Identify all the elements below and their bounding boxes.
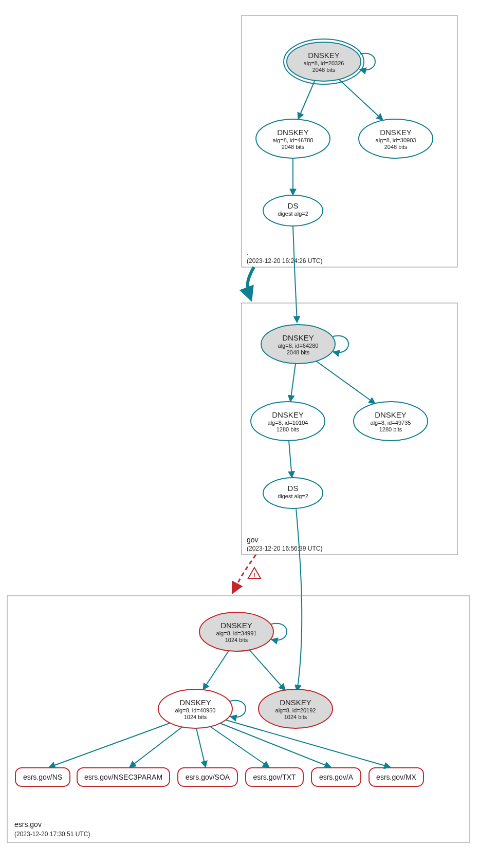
svg-text:alg=8, id=20192: alg=8, id=20192: [275, 707, 316, 713]
node-esrs-ksk-34991: DNSKEY alg=8, id=34991 1024 bits: [199, 612, 273, 651]
edge-gov-ksk-to-zsk2: [316, 361, 375, 404]
svg-text:esrs.gov/A: esrs.gov/A: [319, 773, 354, 781]
svg-text:alg=8, id=49735: alg=8, id=49735: [371, 420, 411, 426]
rrset-soa: esrs.gov/SOA: [178, 768, 237, 786]
svg-text:1280 bits: 1280 bits: [379, 426, 402, 432]
node-root-zsk-46780: DNSKEY alg=8, id=46780 2048 bits: [256, 119, 330, 158]
edge-gov-zsk1-to-ds: [289, 441, 292, 478]
zone-root: . (2023-12-20 16:24:26 UTC) DNSKEY alg=8…: [242, 15, 457, 267]
node-gov-zsk-49735: DNSKEY alg=8, id=49735 1280 bits: [354, 402, 428, 441]
svg-text:DS: DS: [288, 484, 299, 493]
warning-icon: !: [248, 568, 261, 579]
svg-text:alg=8, id=34991: alg=8, id=34991: [216, 630, 257, 636]
svg-text:1024 bits: 1024 bits: [184, 714, 207, 720]
edge-esrs-zsk-to-nsec3param: [130, 727, 182, 767]
node-esrs-zsk-40950: DNSKEY alg=8, id=40950 1024 bits: [158, 689, 232, 728]
edge-root-ksk-to-zsk1: [298, 81, 315, 119]
svg-text:2048 bits: 2048 bits: [312, 67, 336, 73]
svg-text:DS: DS: [288, 201, 299, 210]
svg-text:DNSKEY: DNSKEY: [375, 410, 407, 419]
svg-text:esrs.gov/SOA: esrs.gov/SOA: [186, 773, 230, 781]
edge-gov-ksk-to-zsk1: [290, 364, 296, 402]
rrset-ns: esrs.gov/NS: [15, 768, 70, 786]
node-root-zsk-30903: DNSKEY alg=8, id=30903 2048 bits: [359, 119, 433, 158]
svg-text:alg=8, id=64280: alg=8, id=64280: [278, 343, 319, 349]
svg-text:DNSKEY: DNSKEY: [179, 698, 211, 707]
edge-root-ds-to-gov-ksk: [293, 226, 297, 323]
rrset-a: esrs.gov/A: [311, 768, 361, 786]
svg-text:alg=8, id=30903: alg=8, id=30903: [376, 137, 416, 143]
zone-gov-time: (2023-12-20 16:56:39 UTC): [247, 545, 322, 552]
zone-esrs-gov: esrs.gov (2023-12-20 17:30:51 UTC) DNSKE…: [7, 596, 470, 842]
rrset-mx: esrs.gov/MX: [369, 768, 423, 786]
svg-text:DNSKEY: DNSKEY: [220, 621, 252, 630]
node-gov-ksk-dnskey: DNSKEY alg=8, id=64280 2048 bits: [261, 325, 335, 364]
svg-text:1024 bits: 1024 bits: [225, 637, 248, 643]
svg-text:alg=8, id=40950: alg=8, id=40950: [175, 707, 216, 713]
svg-text:DNSKEY: DNSKEY: [272, 410, 304, 419]
edge-esrs-zsk-to-txt: [210, 726, 269, 767]
zone-esrs-time: (2023-12-20 17:30:51 UTC): [14, 831, 90, 838]
edge-delegation-root-to-gov: [248, 267, 254, 299]
svg-text:digest alg=2: digest alg=2: [278, 493, 308, 499]
svg-text:alg=8, id=46780: alg=8, id=46780: [273, 137, 314, 143]
edge-esrs-ksk-to-ksk2: [249, 650, 285, 690]
node-gov-zsk-10104: DNSKEY alg=8, id=10104 1280 bits: [251, 402, 325, 441]
svg-text:digest alg=2: digest alg=2: [278, 211, 308, 217]
zone-gov: gov (2023-12-20 16:56:39 UTC) DNSKEY alg…: [242, 303, 457, 555]
svg-text:DNSKEY: DNSKEY: [280, 698, 311, 707]
node-root-ksk-dnskey: DNSKEY alg=8, id=20326 2048 bits: [284, 39, 364, 84]
svg-text:alg=8, id=10104: alg=8, id=10104: [268, 420, 308, 426]
zone-esrs-name: esrs.gov: [14, 820, 42, 828]
svg-text:esrs.gov/MX: esrs.gov/MX: [376, 773, 416, 781]
edge-root-ksk-to-zsk2: [339, 80, 383, 120]
svg-text:esrs.gov/TXT: esrs.gov/TXT: [253, 773, 296, 781]
svg-text:!: !: [253, 572, 255, 579]
svg-text:DNSKEY: DNSKEY: [380, 128, 412, 137]
svg-text:alg=8, id=20326: alg=8, id=20326: [304, 60, 344, 66]
svg-text:2048 bits: 2048 bits: [287, 349, 310, 355]
svg-text:DNSKEY: DNSKEY: [308, 51, 340, 60]
zone-gov-name: gov: [247, 536, 259, 544]
rrset-txt: esrs.gov/TXT: [246, 768, 303, 786]
svg-text:2048 bits: 2048 bits: [384, 144, 408, 150]
node-gov-ds: DS digest alg=2: [263, 478, 323, 508]
svg-text:DNSKEY: DNSKEY: [277, 128, 309, 137]
edge-esrs-zsk-to-ns: [49, 723, 170, 767]
rrset-row: esrs.gov/NS esrs.gov/NSEC3PARAM esrs.gov…: [15, 768, 423, 786]
svg-text:esrs.gov/NSEC3PARAM: esrs.gov/NSEC3PARAM: [84, 773, 162, 781]
zone-root-name: .: [247, 248, 249, 256]
edge-gov-ds-to-esrs-ksk2: [296, 508, 302, 691]
node-esrs-ksk-20192: DNSKEY alg=8, id=20192 1024 bits: [259, 689, 333, 728]
edge-esrs-ksk-to-zsk: [203, 651, 229, 690]
rrset-nsec3param: esrs.gov/NSEC3PARAM: [77, 768, 170, 786]
svg-text:1024 bits: 1024 bits: [284, 714, 307, 720]
node-root-ds: DS digest alg=2: [263, 195, 323, 226]
svg-text:2048 bits: 2048 bits: [282, 144, 305, 150]
svg-text:DNSKEY: DNSKEY: [282, 333, 314, 342]
svg-text:1280 bits: 1280 bits: [277, 426, 300, 432]
svg-text:esrs.gov/NS: esrs.gov/NS: [23, 773, 62, 781]
zone-root-time: (2023-12-20 16:24:26 UTC): [247, 257, 322, 265]
edge-esrs-zsk-to-soa: [196, 728, 206, 767]
